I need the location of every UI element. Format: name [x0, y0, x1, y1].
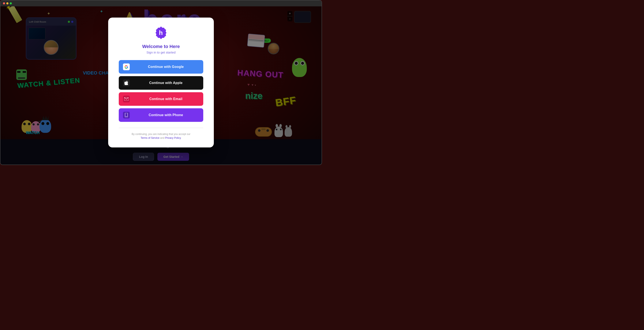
terms-of-service-link[interactable]: Terms of Service [140, 136, 159, 139]
google-button-label: Continue with Google [133, 65, 199, 69]
modal-divider [119, 128, 203, 128]
continue-with-apple-button[interactable]: Continue with Apple [119, 76, 203, 90]
background: ⭐here ✦ ✦ ✦ Left Chill Room [0, 1, 322, 164]
phone-button-label: Continue with Phone [133, 113, 199, 117]
browser-minimize-dot[interactable] [6, 2, 8, 5]
phone-icon [123, 112, 130, 118]
svg-text:h: h [159, 29, 163, 36]
modal-logo: h [154, 26, 168, 40]
continue-with-google-button[interactable]: Continue with Google [119, 60, 203, 74]
browser-maximize-dot[interactable] [10, 2, 12, 5]
auth-buttons-container: Continue with Google Continue with Apple [119, 60, 203, 122]
apple-icon [123, 80, 130, 86]
apple-button-label: Continue with Apple [133, 81, 199, 85]
modal-subtitle: Sign in to get started [146, 51, 176, 54]
browser-close-dot[interactable] [3, 2, 5, 5]
email-button-label: Continue with Email [133, 97, 199, 101]
sign-in-modal: h Welcome to Here Sign in to get started [108, 18, 214, 147]
google-icon [123, 63, 130, 70]
email-icon [123, 96, 130, 102]
privacy-policy-link[interactable]: Privacy Policy [165, 136, 181, 139]
continue-with-phone-button[interactable]: Continue with Phone [119, 108, 203, 122]
browser-chrome [0, 1, 322, 6]
modal-overlay: h Welcome to Here Sign in to get started [0, 1, 322, 164]
continue-with-email-button[interactable]: Continue with Email [119, 92, 203, 106]
modal-legal-text: By continuing, you are indicating that y… [132, 132, 190, 140]
modal-title: Welcome to Here [142, 44, 180, 49]
